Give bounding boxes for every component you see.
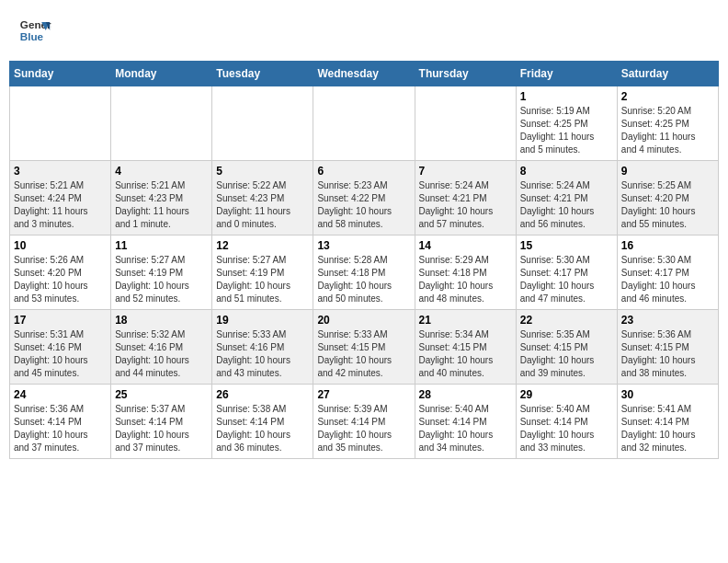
calendar-cell: 22Sunrise: 5:35 AM Sunset: 4:15 PM Dayli… bbox=[516, 310, 617, 385]
day-info: Sunrise: 5:31 AM Sunset: 4:16 PM Dayligh… bbox=[14, 328, 107, 380]
calendar-cell: 23Sunrise: 5:36 AM Sunset: 4:15 PM Dayli… bbox=[617, 310, 718, 385]
day-info: Sunrise: 5:21 AM Sunset: 4:24 PM Dayligh… bbox=[14, 179, 107, 231]
calendar-cell: 12Sunrise: 5:27 AM Sunset: 4:19 PM Dayli… bbox=[212, 236, 313, 310]
header: General Blue bbox=[9, 9, 719, 52]
day-number: 28 bbox=[419, 388, 512, 401]
week-row-2: 3Sunrise: 5:21 AM Sunset: 4:24 PM Daylig… bbox=[10, 161, 719, 236]
calendar-cell: 13Sunrise: 5:28 AM Sunset: 4:18 PM Dayli… bbox=[313, 236, 415, 310]
day-info: Sunrise: 5:30 AM Sunset: 4:17 PM Dayligh… bbox=[621, 254, 714, 305]
day-info: Sunrise: 5:24 AM Sunset: 4:21 PM Dayligh… bbox=[520, 179, 613, 231]
weekday-header-wednesday: Wednesday bbox=[313, 62, 415, 86]
weekday-header-friday: Friday bbox=[516, 62, 617, 86]
weekday-header-saturday: Saturday bbox=[617, 62, 718, 86]
day-number: 4 bbox=[115, 165, 208, 178]
calendar-cell: 28Sunrise: 5:40 AM Sunset: 4:14 PM Dayli… bbox=[415, 385, 516, 459]
day-info: Sunrise: 5:37 AM Sunset: 4:14 PM Dayligh… bbox=[115, 403, 208, 454]
day-info: Sunrise: 5:41 AM Sunset: 4:14 PM Dayligh… bbox=[621, 403, 714, 454]
day-number: 14 bbox=[419, 239, 512, 252]
calendar-cell: 8Sunrise: 5:24 AM Sunset: 4:21 PM Daylig… bbox=[516, 161, 617, 236]
day-number: 11 bbox=[115, 239, 208, 252]
week-row-1: 1Sunrise: 5:19 AM Sunset: 4:25 PM Daylig… bbox=[10, 86, 719, 161]
calendar-cell: 17Sunrise: 5:31 AM Sunset: 4:16 PM Dayli… bbox=[10, 310, 111, 385]
calendar-cell: 3Sunrise: 5:21 AM Sunset: 4:24 PM Daylig… bbox=[10, 161, 111, 236]
day-info: Sunrise: 5:32 AM Sunset: 4:16 PM Dayligh… bbox=[115, 328, 208, 380]
calendar-cell: 16Sunrise: 5:30 AM Sunset: 4:17 PM Dayli… bbox=[617, 236, 718, 310]
day-number: 10 bbox=[14, 239, 107, 252]
day-number: 13 bbox=[317, 239, 410, 252]
day-info: Sunrise: 5:21 AM Sunset: 4:23 PM Dayligh… bbox=[115, 179, 208, 231]
day-number: 19 bbox=[216, 314, 309, 327]
day-info: Sunrise: 5:35 AM Sunset: 4:15 PM Dayligh… bbox=[520, 328, 613, 380]
week-row-5: 24Sunrise: 5:36 AM Sunset: 4:14 PM Dayli… bbox=[10, 385, 719, 459]
weekday-header-tuesday: Tuesday bbox=[212, 62, 313, 86]
day-number: 3 bbox=[14, 165, 107, 178]
day-number: 27 bbox=[317, 388, 410, 401]
day-info: Sunrise: 5:40 AM Sunset: 4:14 PM Dayligh… bbox=[419, 403, 512, 454]
calendar-cell: 27Sunrise: 5:39 AM Sunset: 4:14 PM Dayli… bbox=[313, 385, 415, 459]
weekday-header-sunday: Sunday bbox=[10, 62, 111, 86]
calendar-cell: 30Sunrise: 5:41 AM Sunset: 4:14 PM Dayli… bbox=[617, 385, 718, 459]
day-info: Sunrise: 5:33 AM Sunset: 4:15 PM Dayligh… bbox=[317, 328, 410, 380]
day-number: 12 bbox=[216, 239, 309, 252]
calendar-cell bbox=[313, 86, 415, 161]
logo-icon: General Blue bbox=[18, 14, 51, 47]
day-info: Sunrise: 5:25 AM Sunset: 4:20 PM Dayligh… bbox=[621, 179, 714, 231]
calendar-cell: 25Sunrise: 5:37 AM Sunset: 4:14 PM Dayli… bbox=[111, 385, 212, 459]
day-number: 26 bbox=[216, 388, 309, 401]
calendar-cell bbox=[212, 86, 313, 161]
day-number: 29 bbox=[520, 388, 613, 401]
calendar-cell: 7Sunrise: 5:24 AM Sunset: 4:21 PM Daylig… bbox=[415, 161, 516, 236]
weekday-header-thursday: Thursday bbox=[415, 62, 516, 86]
calendar-cell: 29Sunrise: 5:40 AM Sunset: 4:14 PM Dayli… bbox=[516, 385, 617, 459]
weekday-header-row: SundayMondayTuesdayWednesdayThursdayFrid… bbox=[10, 62, 719, 86]
day-info: Sunrise: 5:39 AM Sunset: 4:14 PM Dayligh… bbox=[317, 403, 410, 454]
day-number: 5 bbox=[216, 165, 309, 178]
day-number: 9 bbox=[621, 165, 714, 178]
day-number: 16 bbox=[621, 239, 714, 252]
day-number: 17 bbox=[14, 314, 107, 327]
day-number: 6 bbox=[317, 165, 410, 178]
calendar-cell: 2Sunrise: 5:20 AM Sunset: 4:25 PM Daylig… bbox=[617, 86, 718, 161]
day-info: Sunrise: 5:27 AM Sunset: 4:19 PM Dayligh… bbox=[216, 254, 309, 305]
day-info: Sunrise: 5:23 AM Sunset: 4:22 PM Dayligh… bbox=[317, 179, 410, 231]
calendar-cell bbox=[111, 86, 212, 161]
day-info: Sunrise: 5:36 AM Sunset: 4:14 PM Dayligh… bbox=[14, 403, 107, 454]
day-info: Sunrise: 5:38 AM Sunset: 4:14 PM Dayligh… bbox=[216, 403, 309, 454]
week-row-3: 10Sunrise: 5:26 AM Sunset: 4:20 PM Dayli… bbox=[10, 236, 719, 310]
calendar-cell: 9Sunrise: 5:25 AM Sunset: 4:20 PM Daylig… bbox=[617, 161, 718, 236]
day-info: Sunrise: 5:40 AM Sunset: 4:14 PM Dayligh… bbox=[520, 403, 613, 454]
day-info: Sunrise: 5:20 AM Sunset: 4:25 PM Dayligh… bbox=[621, 105, 714, 156]
calendar-cell: 26Sunrise: 5:38 AM Sunset: 4:14 PM Dayli… bbox=[212, 385, 313, 459]
day-info: Sunrise: 5:27 AM Sunset: 4:19 PM Dayligh… bbox=[115, 254, 208, 305]
calendar-cell: 19Sunrise: 5:33 AM Sunset: 4:16 PM Dayli… bbox=[212, 310, 313, 385]
logo: General Blue bbox=[18, 14, 51, 47]
day-info: Sunrise: 5:29 AM Sunset: 4:18 PM Dayligh… bbox=[419, 254, 512, 305]
svg-text:Blue: Blue bbox=[20, 30, 44, 42]
day-info: Sunrise: 5:28 AM Sunset: 4:18 PM Dayligh… bbox=[317, 254, 410, 305]
calendar-cell: 6Sunrise: 5:23 AM Sunset: 4:22 PM Daylig… bbox=[313, 161, 415, 236]
calendar-cell: 18Sunrise: 5:32 AM Sunset: 4:16 PM Dayli… bbox=[111, 310, 212, 385]
day-number: 30 bbox=[621, 388, 714, 401]
day-number: 22 bbox=[520, 314, 613, 327]
day-info: Sunrise: 5:33 AM Sunset: 4:16 PM Dayligh… bbox=[216, 328, 309, 380]
calendar-cell: 21Sunrise: 5:34 AM Sunset: 4:15 PM Dayli… bbox=[415, 310, 516, 385]
weekday-header-monday: Monday bbox=[111, 62, 212, 86]
day-number: 20 bbox=[317, 314, 410, 327]
day-number: 7 bbox=[419, 165, 512, 178]
calendar-cell: 15Sunrise: 5:30 AM Sunset: 4:17 PM Dayli… bbox=[516, 236, 617, 310]
day-number: 18 bbox=[115, 314, 208, 327]
calendar-cell: 20Sunrise: 5:33 AM Sunset: 4:15 PM Dayli… bbox=[313, 310, 415, 385]
day-info: Sunrise: 5:30 AM Sunset: 4:17 PM Dayligh… bbox=[520, 254, 613, 305]
calendar-cell: 1Sunrise: 5:19 AM Sunset: 4:25 PM Daylig… bbox=[516, 86, 617, 161]
calendar-cell: 11Sunrise: 5:27 AM Sunset: 4:19 PM Dayli… bbox=[111, 236, 212, 310]
day-info: Sunrise: 5:34 AM Sunset: 4:15 PM Dayligh… bbox=[419, 328, 512, 380]
day-number: 15 bbox=[520, 239, 613, 252]
day-info: Sunrise: 5:22 AM Sunset: 4:23 PM Dayligh… bbox=[216, 179, 309, 231]
day-number: 8 bbox=[520, 165, 613, 178]
calendar-cell: 5Sunrise: 5:22 AM Sunset: 4:23 PM Daylig… bbox=[212, 161, 313, 236]
day-number: 23 bbox=[621, 314, 714, 327]
week-row-4: 17Sunrise: 5:31 AM Sunset: 4:16 PM Dayli… bbox=[10, 310, 719, 385]
day-number: 21 bbox=[419, 314, 512, 327]
calendar-cell: 24Sunrise: 5:36 AM Sunset: 4:14 PM Dayli… bbox=[10, 385, 111, 459]
calendar-cell bbox=[10, 86, 111, 161]
